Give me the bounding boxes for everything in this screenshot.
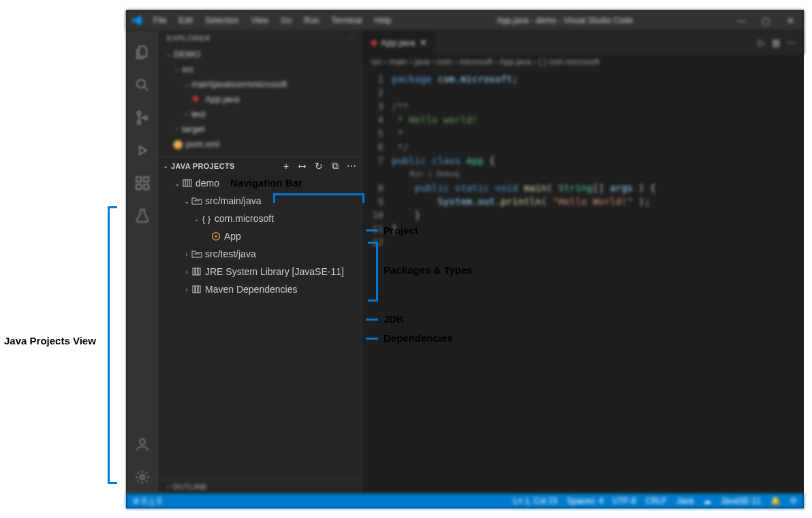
svg-rect-16 [196,286,198,293]
files-icon[interactable] [134,44,151,61]
line-deps [366,338,378,340]
extensions-icon[interactable] [134,175,151,191]
folder-test[interactable]: ›test [159,106,363,121]
vscode-window: FileEditSelectionViewGoRunTerminalHelp A… [126,10,804,508]
annotation-jdk: JDK [384,313,404,325]
svg-point-3 [144,116,148,120]
test-icon[interactable] [134,208,151,224]
expand-button[interactable]: ↦ [296,160,309,172]
folder-path[interactable]: ⌄main\java\com\microsoft [159,76,363,91]
outline-header[interactable]: ›OUTLINE [159,479,363,493]
svg-rect-17 [198,286,200,293]
project-label: demo [196,178,219,189]
folder-target[interactable]: ›target [159,121,363,136]
breadcrumbs[interactable]: src › main › java › com › microsoft › Ap… [363,54,804,69]
split-icon[interactable]: ▥ [772,37,780,48]
package-label: com.microsoft [215,213,274,224]
activity-bar[interactable] [126,31,159,493]
annotation-java-projects-view: Java Projects View [4,335,96,346]
bell-icon[interactable]: 🔔 [770,496,781,506]
collapse-button[interactable]: ⧉ [329,160,341,172]
namespace-icon: { } [201,213,212,224]
gear-icon[interactable] [134,469,151,485]
svg-point-2 [138,121,141,125]
chevron-down-icon: ⌄ [172,180,182,187]
class-icon [210,231,221,242]
svg-rect-7 [144,184,149,189]
svg-rect-12 [193,268,195,275]
svg-rect-4 [136,177,141,182]
file-app-java[interactable]: App.java [159,91,363,106]
svg-point-0 [137,80,145,88]
project-icon [182,178,193,189]
code-area[interactable]: 123456789101112 package com.microsoft; /… [363,69,804,493]
maven-label: Maven Dependencies [205,284,297,295]
annotation-project: Project [384,225,418,236]
explorer-header[interactable]: EXPLORER⋯ [159,31,363,45]
source-folder-label: src/test/java [205,248,256,259]
line-jdk [366,319,378,321]
java-projects-header[interactable]: ⌄ JAVA PROJECTS + ↦ ↻ ⧉ ⋯ [159,157,363,174]
maven-dependencies[interactable]: › Maven Dependencies [159,280,363,298]
class-app[interactable]: App [159,227,363,245]
annotation-navigation-bar: Navigation Bar [230,177,302,189]
tab-app-java[interactable]: App.java✕ [363,31,435,54]
svg-point-9 [140,475,144,479]
class-label: App [224,231,241,242]
source-folder-icon [191,248,202,259]
annotation-deps: Dependencies [384,332,453,344]
explorer-tree: ⌄DEMO ⌄src ⌄main\java\com\microsoft App.… [159,45,363,152]
menu-bar[interactable]: FileEditSelectionViewGoRunTerminalHelp [148,13,396,28]
library-icon [191,284,202,295]
svg-rect-14 [198,268,200,275]
vscode-logo-icon [131,15,142,26]
svg-rect-5 [144,177,149,182]
svg-point-8 [140,439,145,444]
chevron-down-icon[interactable]: ⌄ [163,162,168,169]
source-control-icon[interactable] [134,110,151,126]
debug-icon[interactable] [134,142,151,159]
java-file-icon [371,40,377,46]
sidebar: EXPLORER⋯ ⌄DEMO ⌄src ⌄main\java\com\micr… [159,31,363,493]
library-icon [191,266,202,277]
bracket-nav [273,193,364,203]
source-folder-test[interactable]: › src/test/java [159,245,363,263]
account-icon[interactable] [134,436,151,453]
statusbar[interactable]: ⊘ 0 △ 0 Ln 1, Col 23 Spaces: 4 UTF-8 CRL… [126,493,804,508]
bracket-view [108,206,117,484]
java-projects-title: JAVA PROJECTS [171,162,280,170]
source-folder-label: src/main/java [205,195,261,206]
bracket-packages [368,242,378,302]
source-folder-icon [191,195,202,206]
svg-rect-15 [193,286,195,293]
window-title: App.java - demo - Visual Studio Code [396,16,733,25]
refresh-button[interactable]: ↻ [313,160,325,172]
annotation-packages: Packages & Types [384,264,473,276]
folder-src[interactable]: ⌄src [159,61,363,76]
close-icon[interactable]: ✕ [420,37,427,48]
svg-rect-6 [136,184,141,189]
new-project-button[interactable]: + [280,160,292,172]
line-project [366,229,378,231]
svg-point-1 [138,112,141,115]
more-actions-button[interactable]: ⋯ [345,160,358,172]
window-controls[interactable]: —▢✕ [733,16,798,26]
chevron-right-icon: › [182,286,191,293]
chevron-down-icon: ⌄ [191,215,201,223]
svg-rect-13 [196,268,198,275]
package-com-microsoft[interactable]: ⌄ { } com.microsoft [159,210,363,227]
editor: App.java✕ ▷▥⋯ src › main › java › com › … [363,31,804,493]
titlebar: FileEditSelectionViewGoRunTerminalHelp A… [126,10,804,31]
file-pom-xml[interactable]: ⬤pom.xml [159,136,363,151]
java-projects-actions: + ↦ ↻ ⧉ ⋯ [280,160,358,172]
editor-actions[interactable]: ▷▥⋯ [758,37,804,48]
chevron-right-icon: › [182,268,191,276]
search-icon[interactable] [134,77,151,93]
run-icon[interactable]: ▷ [758,37,765,48]
chevron-right-icon: › [182,250,191,258]
jre-label: JRE System Library [JavaSE-11] [205,266,344,277]
jre-library[interactable]: › JRE System Library [JavaSE-11] [159,263,363,280]
editor-tabs: App.java✕ ▷▥⋯ [363,31,804,54]
folder-demo[interactable]: ⌄DEMO [159,46,363,61]
chevron-down-icon: ⌄ [182,197,191,205]
